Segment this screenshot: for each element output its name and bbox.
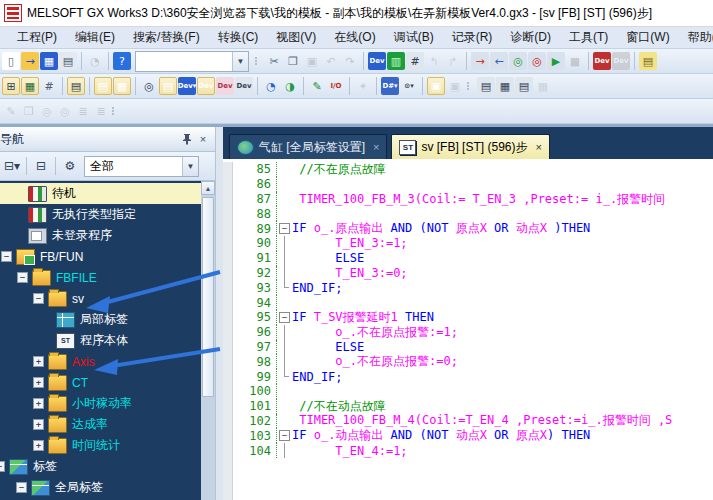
device-comment-window-icon[interactable]: #: [40, 77, 58, 95]
menu-item-3[interactable]: 搜索/替换(F): [124, 27, 209, 48]
device-assignment-icon[interactable]: Dev: [216, 77, 234, 95]
scroll-up-icon[interactable]: ▲: [201, 181, 215, 195]
code-line-101[interactable]: 101 //不在动点故障: [233, 399, 713, 414]
verify-plc-icon[interactable]: ◎: [509, 52, 527, 70]
watch-speed-icon[interactable]: ◔: [262, 77, 280, 95]
menu-item-5[interactable]: 视图(V): [267, 27, 325, 48]
code-line-98[interactable]: 98 o_.不在原点报警:=0;: [233, 354, 713, 369]
fold-collapse-icon[interactable]: [277, 428, 292, 443]
print-icon[interactable]: ▤: [59, 52, 77, 70]
device-usage-icon[interactable]: Dev: [235, 77, 253, 95]
code-line-102[interactable]: 102 TIMER_100_FB_M_4(Coil:=T_EN_4 ,Prese…: [233, 414, 713, 429]
close-icon[interactable]: ×: [195, 131, 211, 147]
code-line-86[interactable]: 86: [233, 177, 713, 192]
find-replace-icon[interactable]: ◎: [140, 77, 158, 95]
navigation-window-icon[interactable]: ⊞: [2, 77, 20, 95]
menu-item-2[interactable]: 编辑(E): [66, 27, 124, 48]
tree-item-FBFILE[interactable]: −FBFILE: [0, 267, 215, 288]
code-line-85[interactable]: 85 //不在原点故障: [233, 162, 713, 177]
editor-tab-1[interactable]: 气缸 [全局标签设置]×: [229, 134, 387, 159]
tree-item-CT[interactable]: +CT: [0, 372, 215, 393]
menu-item-9[interactable]: 诊断(D): [501, 27, 560, 48]
monitor-start-icon[interactable]: ▶: [547, 52, 565, 70]
tree-item-全局标签[interactable]: −全局标签: [0, 477, 215, 498]
menu-item-10[interactable]: 工具(T): [560, 27, 617, 48]
cut-icon[interactable]: ✂: [265, 52, 283, 70]
collapse-icon[interactable]: −: [33, 293, 44, 304]
io-check-icon[interactable]: I/O: [327, 77, 345, 95]
display-format-icon[interactable]: D#▾: [381, 77, 399, 95]
collapse-icon[interactable]: −: [16, 482, 27, 493]
tree-filter-combobox[interactable]: 全部▼: [84, 156, 199, 177]
menu-item-4[interactable]: 转换(C): [209, 27, 268, 48]
tree-item-达成率[interactable]: +达成率: [0, 414, 215, 435]
pin-icon[interactable]: [179, 131, 195, 147]
tab-close-icon[interactable]: ×: [373, 141, 379, 153]
device-monitor-red-icon[interactable]: Dev: [593, 52, 611, 70]
memory-find-icon[interactable]: ▦: [496, 77, 514, 95]
label-editor-icon[interactable]: ▦: [113, 77, 131, 95]
tree-item-未登录程序[interactable]: 未登录程序: [0, 225, 215, 246]
menu-item-7[interactable]: 调试(B): [385, 27, 443, 48]
save-project-icon[interactable]: ▦: [40, 52, 58, 70]
device-menu-icon[interactable]: Dev▾: [178, 77, 196, 95]
code-line-94[interactable]: 94: [233, 295, 713, 310]
code-line-92[interactable]: 92 T_EN_3:=0;: [233, 266, 713, 281]
code-line-95[interactable]: 95IF T_SV报警延时1 THEN: [233, 310, 713, 325]
write-to-plc-icon[interactable]: →: [471, 52, 489, 70]
watch-window-icon[interactable]: Dev: [197, 77, 215, 95]
docking-window-icon[interactable]: ▣: [427, 77, 445, 95]
code-line-93[interactable]: 93END_IF;: [233, 280, 713, 295]
cross-reference-icon[interactable]: ▥: [387, 52, 405, 70]
open-project-icon[interactable]: →: [21, 52, 39, 70]
settings-gear-icon[interactable]: ⚙: [61, 157, 79, 175]
label-edit-icon[interactable]: ✎: [308, 77, 326, 95]
memory-list-icon[interactable]: ▤: [515, 77, 533, 95]
expand-icon[interactable]: +: [33, 356, 44, 367]
menu-item-8[interactable]: 记录(R): [443, 27, 502, 48]
tree-item-无执行类型指定[interactable]: 无执行类型指定: [0, 204, 215, 225]
expand-icon[interactable]: +: [33, 377, 44, 388]
fold-collapse-icon[interactable]: [277, 221, 292, 236]
device-batch-monitor-icon[interactable]: ◎: [528, 52, 546, 70]
code-line-87[interactable]: 87 TIMER_100_FB_M_3(Coil:= T_EN_3 ,Prese…: [233, 192, 713, 207]
program-editor-icon[interactable]: ▤: [94, 77, 112, 95]
combobox-dropdown-icon[interactable]: ▼: [232, 52, 248, 71]
code-line-99[interactable]: 99END_IF;: [233, 369, 713, 384]
parameter-icon[interactable]: ▤: [67, 77, 85, 95]
module-configuration-icon[interactable]: ▦: [21, 77, 39, 95]
code-line-91[interactable]: 91 ELSE: [233, 251, 713, 266]
menu-item-6[interactable]: 在线(O): [325, 27, 384, 48]
tree-scrollbar-thumb[interactable]: [202, 197, 214, 397]
combobox-dropdown-icon[interactable]: ▼: [182, 157, 198, 176]
tree-item-FB/FUN[interactable]: −FB/FUN: [0, 246, 215, 267]
code-line-103[interactable]: 103IF o_.动点输出 AND (NOT 动点X OR 原点X) THEN: [233, 428, 713, 443]
expand-icon[interactable]: +: [33, 398, 44, 409]
tree-item-待机[interactable]: 待机: [0, 183, 215, 204]
tree-item-局部标签[interactable]: 局部标签: [0, 309, 215, 330]
expand-icon[interactable]: +: [33, 419, 44, 430]
tree-display-menu-icon[interactable]: ⊟▾: [3, 157, 21, 175]
menu-item-12[interactable]: 帮助(H): [679, 27, 713, 48]
tree-item-小时稼动率[interactable]: +小时稼动率: [0, 393, 215, 414]
tree-scrollbar[interactable]: ▲: [201, 181, 215, 500]
code-line-97[interactable]: 97 ELSE: [233, 340, 713, 355]
tree-item-sv[interactable]: −sv: [0, 288, 215, 309]
code-line-100[interactable]: 100: [233, 384, 713, 399]
help-icon[interactable]: ?: [113, 52, 131, 70]
menu-item-1[interactable]: 工程(P): [8, 27, 66, 48]
editor-tab-2[interactable]: STsv [FB] [ST] (596)步×: [391, 134, 549, 159]
menu-item-11[interactable]: 窗口(W): [617, 27, 678, 48]
code-line-90[interactable]: 90 T_EN_3:=1;: [233, 236, 713, 251]
collapse-icon[interactable]: −: [0, 461, 5, 472]
tree-collapse-all-icon[interactable]: ⊟: [32, 157, 50, 175]
collapse-icon[interactable]: −: [1, 251, 12, 262]
new-project-icon[interactable]: ▯: [2, 52, 20, 70]
tree-item-标签[interactable]: −标签: [0, 456, 215, 477]
code-line-88[interactable]: 88: [233, 206, 713, 221]
fold-collapse-icon[interactable]: [277, 310, 292, 325]
tab-close-icon[interactable]: ×: [535, 141, 541, 153]
code-line-89[interactable]: 89IF o_.原点输出 AND (NOT 原点X OR 动点X )THEN: [233, 221, 713, 236]
zoom-menu-icon[interactable]: ⊙▾: [400, 77, 418, 95]
code-line-96[interactable]: 96 o_.不在原点报警:=1;: [233, 325, 713, 340]
